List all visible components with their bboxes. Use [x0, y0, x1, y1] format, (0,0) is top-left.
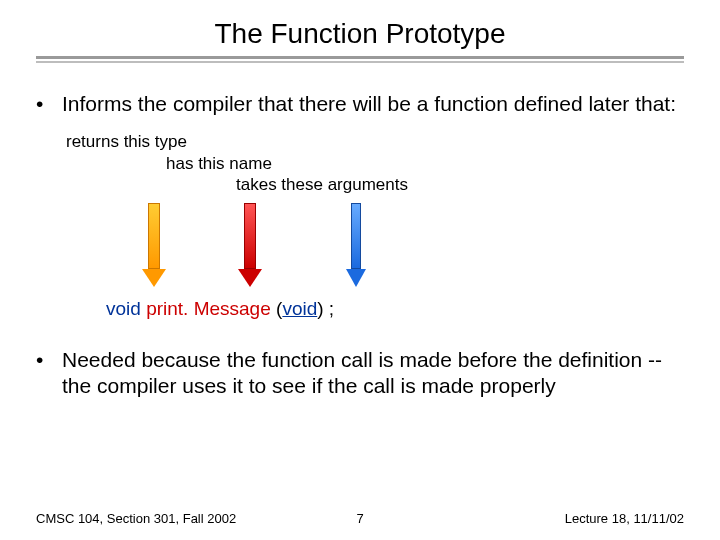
code-prototype: void print. Message (void) ; [106, 297, 684, 321]
bullet-2: • Needed because the function call is ma… [36, 347, 684, 400]
footer-right: Lecture 18, 11/11/02 [565, 511, 684, 526]
arrow-down-icon [238, 203, 262, 287]
bullet-1-text: Informs the compiler that there will be … [62, 91, 676, 117]
keyword-void: void [106, 298, 141, 319]
footer: CMSC 104, Section 301, Fall 2002 7 Lectu… [36, 511, 684, 526]
content-area: • Informs the compiler that there will b… [36, 91, 684, 399]
semicolon: ; [324, 298, 335, 319]
bullet-dot: • [36, 91, 52, 117]
arrow-down-icon [142, 203, 166, 287]
bullet-1: • Informs the compiler that there will b… [36, 91, 684, 117]
function-name: print. Message [146, 298, 271, 319]
bullet-dot: • [36, 347, 52, 400]
bullet-2-text: Needed because the function call is made… [62, 347, 684, 400]
slide: The Function Prototype • Informs the com… [0, 0, 720, 540]
sublines: returns this type has this name takes th… [66, 131, 684, 195]
footer-page-number: 7 [356, 511, 363, 526]
divider [36, 56, 684, 63]
argument-void: void [282, 298, 317, 319]
arrow-down-icon [346, 203, 366, 287]
subline-returns: returns this type [66, 131, 684, 152]
subline-name: has this name [166, 153, 684, 174]
arrows-group [66, 203, 684, 291]
subline-args: takes these arguments [236, 174, 684, 195]
footer-left: CMSC 104, Section 301, Fall 2002 [36, 511, 236, 526]
slide-title: The Function Prototype [36, 18, 684, 50]
